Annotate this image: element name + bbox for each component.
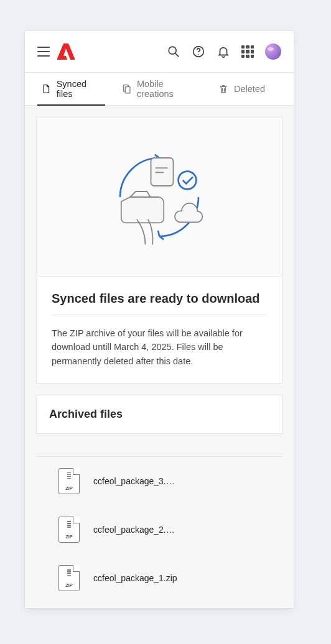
svg-point-11	[179, 171, 197, 189]
zip-file-icon: ZIP	[58, 517, 80, 543]
archived-title: Archived files	[49, 408, 269, 421]
tab-label: Deleted	[234, 84, 265, 94]
bell-icon[interactable]	[217, 45, 230, 58]
svg-point-0	[169, 47, 176, 54]
sync-illustration	[37, 117, 282, 277]
svg-point-3	[198, 54, 198, 55]
file-name: ccfeol_package_2.…	[93, 525, 175, 535]
zip-file-icon: ZIP	[58, 565, 80, 591]
file-name: ccfeol_package_3.…	[93, 476, 175, 486]
file-name: ccfeol_package_1.zip	[93, 573, 177, 583]
help-icon[interactable]	[192, 45, 205, 58]
adobe-logo[interactable]	[57, 44, 75, 60]
trash-icon	[218, 83, 229, 94]
tab-deleted[interactable]: Deleted	[214, 73, 269, 105]
header-left	[37, 44, 75, 60]
file-icon	[41, 83, 52, 94]
avatar[interactable]	[265, 44, 281, 60]
search-icon[interactable]	[167, 45, 180, 58]
hero-title: Synced files are ready to download	[52, 292, 267, 315]
file-row[interactable]: ZIP ccfeol_package_2.…	[36, 505, 282, 554]
file-row[interactable]: ZIP ccfeol_package_3.…	[36, 457, 282, 505]
mobile-icon	[121, 83, 132, 94]
file-list: ZIP ccfeol_package_3.… ZIP ccfeol_packag…	[36, 456, 282, 602]
svg-line-1	[175, 53, 179, 57]
content-scroll[interactable]: Synced files are ready to download The Z…	[25, 106, 294, 608]
header-right	[167, 44, 281, 60]
file-row[interactable]: ZIP ccfeol_package_1.zip	[36, 554, 282, 602]
svg-rect-5	[126, 87, 131, 93]
hero-card: Synced files are ready to download The Z…	[36, 117, 282, 384]
zip-file-icon: ZIP	[58, 468, 80, 494]
menu-icon[interactable]	[37, 47, 50, 57]
app-window: Synced files Mobile creations Deleted	[25, 31, 294, 608]
hero-description: The ZIP archive of your files will be av…	[52, 326, 267, 368]
tab-mobile-creations[interactable]: Mobile creations	[118, 73, 202, 105]
tabs: Synced files Mobile creations Deleted	[25, 72, 294, 106]
apps-icon[interactable]	[241, 45, 254, 58]
header	[25, 31, 294, 72]
hero-body: Synced files are ready to download The Z…	[37, 277, 282, 383]
tab-label: Synced files	[57, 79, 102, 99]
tab-synced-files[interactable]: Synced files	[37, 73, 105, 105]
tab-label: Mobile creations	[137, 79, 198, 99]
archived-header-card: Archived files	[36, 395, 282, 434]
